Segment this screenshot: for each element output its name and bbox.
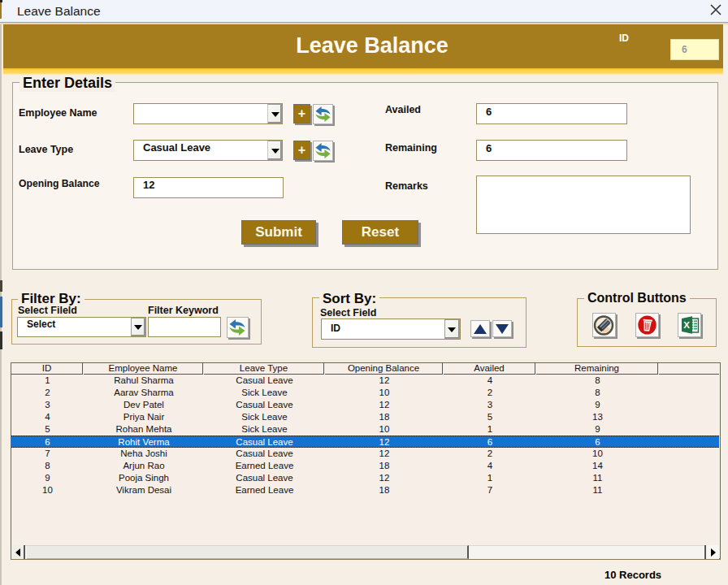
svg-text:X: X <box>683 320 690 330</box>
